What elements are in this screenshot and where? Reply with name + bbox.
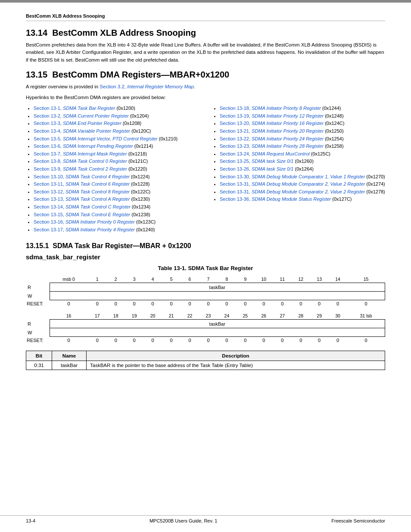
col-label: 28 [292, 312, 310, 320]
W-label-1: W [26, 292, 50, 300]
name-cell: taskBar [52, 361, 87, 370]
list-item: Section 13-24, SDMA Request MuxControl (… [220, 150, 385, 158]
bit-header: Bit [26, 351, 52, 361]
section-32-link[interactable]: Section 3.2, Internal Register Memory Ma… [100, 84, 194, 89]
reset-val: 0 [181, 300, 199, 308]
register-bit-table: msb 0123456789101112131415 R taskBar W R… [26, 276, 385, 344]
links-col-left: Section 13-1, SDMA Task Bar Register (0x… [26, 105, 199, 233]
col-label: 11 [273, 276, 292, 283]
footer-inner: 13-4 MPC5200B Users Guide, Rev. 1 Freesc… [26, 518, 385, 523]
link[interactable]: Section 13-11, SDMA Task Control 6 Regis… [34, 181, 130, 187]
link[interactable]: Section 13-2, SDMA Current Pointer Regis… [34, 113, 129, 118]
col-label: 31 lsb [347, 312, 385, 320]
link[interactable]: Section 13-31, SDMA Debug Module Compara… [220, 189, 365, 194]
section-15-intro1: A register overview is provided in Secti… [26, 83, 385, 90]
desc-table-head: Bit Name Description [26, 351, 385, 361]
link[interactable]: Section 13-14, SDMA Task Control C Regis… [34, 204, 131, 209]
link[interactable]: Section 13-18, SDMA Initiator Priority 8… [220, 106, 321, 111]
link[interactable]: Section 13-20, SDMA Initiator Priority 1… [220, 121, 324, 126]
list-item: Section 13-5, SDMA Interrupt Vector, PTD… [34, 135, 199, 143]
footer: 13-4 MPC5200B Users Guide, Rev. 1 Freesc… [0, 515, 411, 523]
col-label: 19 [125, 312, 143, 320]
table-row: 0:31 taskBar TaskBAR is the pointer to t… [26, 361, 385, 370]
col-label: 15 [347, 276, 385, 283]
desc-table-body: 0:31 taskBar TaskBAR is the pointer to t… [26, 361, 385, 370]
col-label: 7 [199, 276, 218, 283]
top-border [0, 0, 411, 3]
col-label: 26 [255, 312, 273, 320]
link[interactable]: Section 13-16, SDMA Initiator Priority 0… [34, 219, 135, 224]
col-label: 8 [218, 276, 236, 283]
footer-page: 13-4 [26, 518, 35, 523]
list-item: Section 13-20, SDMA Initiator Priority 1… [220, 120, 385, 128]
W-row-1: W [26, 292, 385, 300]
reset-val: 0 [88, 337, 106, 344]
reset-row-1: RESET:0000000000000000 [26, 300, 385, 308]
link[interactable]: Section 13-31, SDMA Debug Module Compara… [220, 181, 365, 187]
reset-row-2: RESET:0000000000000000 [26, 337, 385, 344]
section-14-body: BestComm prefetches data from the XLB in… [26, 41, 385, 64]
reset-val: 0 [236, 337, 255, 344]
desc-cell: TaskBAR is the pointer to the base addre… [87, 361, 385, 370]
spacer [26, 307, 385, 312]
reset-val: 0 [218, 300, 236, 308]
link[interactable]: Section 13-3, SDMA End Pointer Register [34, 121, 121, 126]
reset-val: 0 [199, 300, 218, 308]
desc-table: Bit Name Description 0:31 taskBar TaskBA… [26, 351, 385, 370]
link[interactable]: Section 13-1, SDMA Task Bar Register [34, 106, 115, 111]
list-item: Section 13-19, SDMA Initiator Priority 1… [220, 112, 385, 120]
link[interactable]: Section 13-24, SDMA Request MuxControl [220, 151, 310, 156]
col-label: 18 [106, 312, 125, 320]
list-item: Section 13-30, SDMA Debug Module Compara… [220, 173, 385, 181]
link[interactable]: Section 13-6, SDMA Interrupt Pending Reg… [34, 143, 133, 149]
col-label: 30 [329, 312, 347, 320]
taskbar-field-2: taskBar [50, 320, 385, 328]
link[interactable]: Section 13-21, SDMA Initiator Priority 2… [220, 128, 324, 134]
col-label: 12 [292, 276, 310, 283]
reset-val: 0 [310, 300, 329, 308]
link[interactable]: Section 13-25, SDMA task Size 0/1 [220, 159, 293, 164]
col-label: 29 [310, 312, 329, 320]
reset-val: 0 [162, 300, 181, 308]
reset-val: 0 [255, 337, 273, 344]
link[interactable]: Section 13-22, SDMA Initiator Priority 2… [220, 136, 324, 141]
link[interactable]: Section 13-9, SDMA Task Control 2 Regist… [34, 166, 127, 171]
reset-val: 0 [50, 337, 88, 344]
list-item: Section 13-26, SDMA task Size 0/1 (0x126… [220, 165, 385, 173]
taskbar-field-1: taskBar [50, 283, 385, 292]
col-label: 25 [236, 312, 255, 320]
col-label: 16 [50, 312, 88, 320]
reset-label-1: RESET: [26, 300, 50, 308]
bit-cell: 0:31 [26, 361, 52, 370]
link[interactable]: Section 13-4, SDMA Variable Pointer Regi… [34, 128, 130, 134]
link[interactable]: Section 13-13, SDMA Task Control A Regis… [34, 196, 130, 202]
list-item: Section 13-36, SDMA Debug Module Status … [220, 196, 385, 203]
link[interactable]: Section 13-7, SDMA Interrupt Mask Regist… [34, 151, 127, 156]
link[interactable]: Section 13-17, SDMA Initiator Priority 4… [34, 227, 135, 232]
link[interactable]: Section 13-10, SDMA Task Control 4 Regis… [34, 174, 130, 179]
col-label: 3 [125, 276, 143, 283]
list-item: Section 13-3, SDMA End Pointer Register … [34, 120, 199, 128]
link[interactable]: Section 13-12, SDMA Task Control 8 Regis… [34, 189, 130, 194]
link[interactable]: Section 13-5, SDMA Interrupt Vector, PTD… [34, 136, 158, 141]
link[interactable]: Section 13-15, SDMA Task Control E Regis… [34, 212, 130, 217]
link[interactable]: Section 13-36, SDMA Debug Module Status … [220, 196, 331, 202]
desc-header: Description [87, 351, 385, 361]
link[interactable]: Section 13-19, SDMA Initiator Priority 1… [220, 113, 324, 118]
list-item: Section 13-25, SDMA task Size 0/1 (0x126… [220, 158, 385, 165]
link[interactable]: Section 13-26, SDMA task Size 0/1 [220, 166, 293, 171]
list-item: Section 13-21, SDMA Initiator Priority 2… [220, 128, 385, 135]
links-col-right: Section 13-18, SDMA Initiator Priority 8… [212, 105, 385, 233]
link[interactable]: Section 13-8, SDMA Task Control 0 Regist… [34, 159, 127, 164]
reset-val: 0 [347, 337, 385, 344]
reset-val: 0 [88, 300, 106, 308]
col-label: 22 [181, 312, 199, 320]
reset-val: 0 [292, 337, 310, 344]
col-label: 17 [88, 312, 106, 320]
reset-val: 0 [143, 337, 162, 344]
link[interactable]: Section 13-30, SDMA Debug Module Compara… [220, 174, 365, 179]
col-label: 6 [181, 276, 199, 283]
link[interactable]: Section 13-23, SDMA Initiator Priority 2… [220, 143, 324, 149]
reset-val: 0 [273, 337, 292, 344]
section-15: 13.15 BestComm DMA Registers—MBAR+0x1200… [26, 70, 385, 234]
